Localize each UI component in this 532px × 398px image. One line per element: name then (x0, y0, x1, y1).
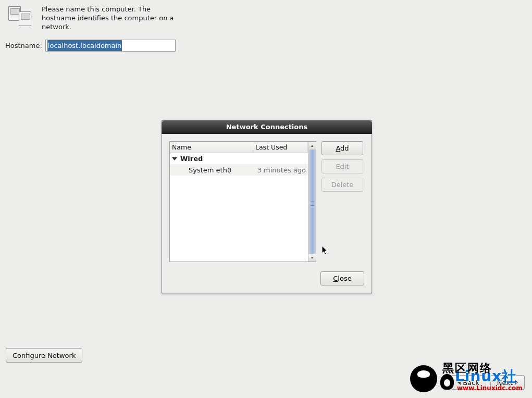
edit-button: Edit (321, 159, 363, 173)
row-name: System eth0 (170, 166, 253, 174)
scroll-down-button[interactable]: ▾ (308, 254, 316, 262)
close-rest: lose (338, 275, 351, 282)
scroll-up-button[interactable]: ▴ (308, 142, 316, 150)
arrow-left-icon (457, 380, 461, 385)
network-connections-dialog: Network Connections Name Last Used Wired… (162, 120, 372, 293)
watermark-big: 黑区网络 (442, 360, 492, 376)
add-rest: dd (340, 144, 349, 152)
instruction-text: Please name this computer. The hostname … (42, 5, 177, 32)
configure-network-button[interactable]: Configure Network (6, 348, 82, 363)
scrollbar[interactable]: ▴ ▾ (308, 142, 316, 262)
scroll-track[interactable] (308, 150, 316, 254)
chevron-down-icon (172, 157, 177, 160)
close-button[interactable]: Close (320, 271, 364, 285)
penguin-circle-icon (410, 365, 437, 392)
computer-pair-icon (8, 5, 33, 28)
hostname-value: localhost.localdomain (47, 40, 122, 51)
arrow-right-icon (515, 380, 518, 385)
connections-list[interactable]: Name Last Used Wired System eth0 3 minut… (169, 141, 316, 262)
next-label: Next (497, 379, 513, 387)
hostname-input[interactable]: localhost.localdomain (45, 40, 176, 52)
column-name[interactable]: Name (170, 142, 253, 153)
back-label: Back (463, 379, 479, 387)
next-button[interactable]: Next (490, 375, 525, 390)
dialog-title[interactable]: Network Connections (162, 120, 372, 134)
group-label: Wired (180, 155, 203, 163)
add-button[interactable]: Add (321, 141, 363, 155)
row-last-used: 3 minutes ago (253, 166, 308, 174)
back-button[interactable]: Back (451, 375, 486, 390)
column-last-used[interactable]: Last Used (253, 142, 308, 153)
group-wired[interactable]: Wired (170, 153, 308, 164)
hostname-label: Hostname: (5, 42, 42, 49)
delete-button: Delete (321, 178, 363, 192)
connection-row[interactable]: System eth0 3 minutes ago (170, 164, 308, 176)
scroll-thumb[interactable] (309, 150, 316, 254)
